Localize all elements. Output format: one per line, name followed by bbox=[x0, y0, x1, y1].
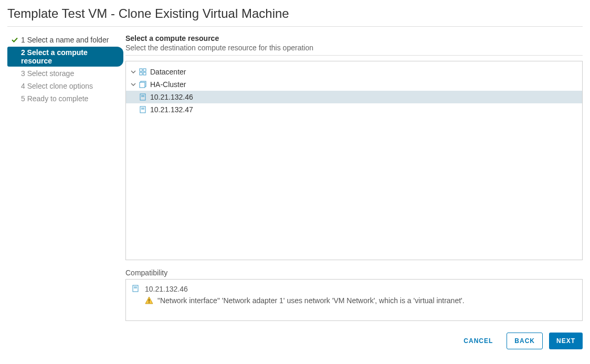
svg-rect-3 bbox=[143, 72, 146, 75]
host-icon bbox=[139, 93, 147, 101]
compatibility-message-row: "Network interface" 'Network adapter 1' … bbox=[132, 296, 576, 305]
section-description: Select the destination compute resource … bbox=[125, 44, 583, 52]
wizard-step-label: 5 Ready to complete bbox=[21, 94, 88, 103]
svg-rect-6 bbox=[140, 94, 145, 100]
tree-node-cluster[interactable]: HA-Cluster bbox=[126, 78, 582, 91]
datacenter-icon bbox=[139, 68, 147, 76]
divider bbox=[125, 55, 583, 56]
svg-rect-2 bbox=[140, 72, 142, 75]
compatibility-label: Compatibility bbox=[125, 269, 583, 277]
cancel-button[interactable]: CANCEL bbox=[456, 333, 500, 349]
check-icon bbox=[10, 69, 19, 78]
wizard-step-2[interactable]: 2 Select a compute resource bbox=[7, 47, 123, 67]
chevron-down-icon[interactable] bbox=[130, 81, 136, 88]
wizard-footer: CANCEL BACK NEXT bbox=[125, 321, 583, 349]
compute-resource-tree[interactable]: Datacenter HA-Cluster bbox=[125, 61, 583, 260]
check-icon bbox=[10, 82, 19, 90]
tree-node-label: Datacenter bbox=[150, 68, 186, 76]
wizard-step-3[interactable]: 3 Select storage bbox=[7, 68, 123, 79]
wizard-step-1[interactable]: 1 Select a name and folder bbox=[7, 34, 123, 46]
host-icon bbox=[132, 285, 141, 293]
wizard-steps: 1 Select a name and folder 2 Select a co… bbox=[7, 34, 125, 349]
svg-rect-15 bbox=[149, 299, 150, 302]
next-button[interactable]: NEXT bbox=[549, 333, 583, 349]
wizard-step-label: 3 Select storage bbox=[21, 69, 74, 78]
tree-node-datacenter[interactable]: Datacenter bbox=[126, 66, 582, 78]
compatibility-host: 10.21.132.46 bbox=[132, 285, 576, 293]
compatibility-box: 10.21.132.46 "Network interface" 'Networ… bbox=[125, 279, 583, 321]
section-heading: Select a compute resource bbox=[125, 34, 583, 42]
main-panel: Select a compute resource Select the des… bbox=[125, 34, 583, 349]
svg-rect-16 bbox=[149, 302, 150, 303]
wizard-step-4[interactable]: 4 Select clone options bbox=[7, 80, 123, 92]
wizard-step-label: 4 Select clone options bbox=[21, 82, 93, 90]
wizard-step-label: 2 Select a compute resource bbox=[21, 48, 120, 65]
warning-icon bbox=[145, 296, 153, 305]
svg-rect-1 bbox=[143, 69, 146, 71]
wizard-step-label: 1 Select a name and folder bbox=[21, 36, 109, 44]
tree-node-host[interactable]: 10.21.132.47 bbox=[126, 103, 582, 116]
svg-rect-12 bbox=[133, 285, 138, 292]
compatibility-message-text: "Network interface" 'Network adapter 1' … bbox=[157, 296, 465, 305]
svg-rect-5 bbox=[140, 82, 145, 88]
tree-node-label: 10.21.132.46 bbox=[150, 93, 193, 101]
back-button[interactable]: BACK bbox=[507, 333, 543, 349]
svg-rect-0 bbox=[140, 69, 142, 71]
host-icon bbox=[139, 105, 147, 114]
compatibility-host-label: 10.21.132.46 bbox=[145, 285, 188, 293]
tree-node-host[interactable]: 10.21.132.46 bbox=[126, 91, 582, 103]
dialog-title: Template Test VM - Clone Existing Virtua… bbox=[7, 6, 583, 27]
chevron-down-icon[interactable] bbox=[130, 69, 136, 75]
check-icon bbox=[10, 94, 19, 103]
check-icon bbox=[10, 52, 19, 61]
cluster-icon bbox=[139, 80, 147, 89]
check-icon bbox=[10, 36, 19, 44]
tree-node-label: 10.21.132.47 bbox=[150, 105, 193, 114]
tree-node-label: HA-Cluster bbox=[150, 80, 186, 89]
wizard-step-5[interactable]: 5 Ready to complete bbox=[7, 93, 123, 104]
svg-rect-9 bbox=[140, 106, 145, 113]
